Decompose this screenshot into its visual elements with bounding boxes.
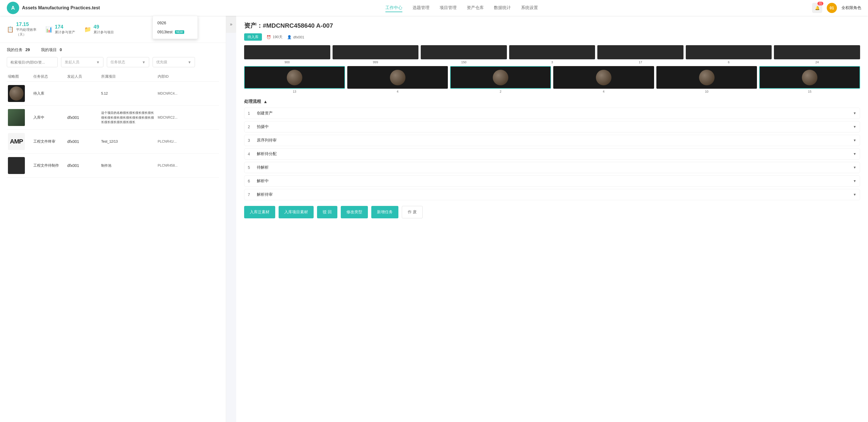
stat-efficiency: 📋 17.15 平均处理效率 （天） bbox=[7, 22, 36, 37]
sphere-thumb-2 bbox=[493, 70, 508, 85]
img-box-0 bbox=[244, 45, 330, 59]
btn-reject[interactable]: 驳 回 bbox=[317, 206, 337, 218]
priority-select[interactable]: 优先级 ▼ bbox=[153, 57, 195, 67]
thumbnail-0 bbox=[8, 85, 25, 102]
status-select[interactable]: 任务状态 ▼ bbox=[107, 57, 149, 67]
tasks-header: 我的任务 29 我的项目 0 bbox=[7, 47, 219, 53]
sphere-thumb-3 bbox=[596, 70, 612, 85]
amp-text: AMP bbox=[10, 138, 23, 145]
sphere-thumb-4 bbox=[699, 70, 715, 85]
nav-item-workbench[interactable]: 工作中心 bbox=[385, 4, 402, 12]
notification-button[interactable]: 🔔 31 bbox=[812, 3, 822, 13]
table-row[interactable]: 待入库 5.12 MDCNRC4... bbox=[7, 82, 219, 106]
asset-header: 资产：#MDCNRC458640 A-007 bbox=[244, 22, 860, 30]
dropdown-item-0926[interactable]: 0926 bbox=[153, 19, 197, 27]
nav-item-stats[interactable]: 数据统计 bbox=[494, 4, 511, 12]
projects-icon: 📁 bbox=[84, 26, 91, 33]
process-step-2[interactable]: 3 原序列待审 ▼ bbox=[244, 135, 860, 146]
img-num-1: 999 bbox=[373, 60, 378, 64]
new-badge: NEW bbox=[175, 30, 184, 34]
img-large-card-1[interactable]: 4 bbox=[347, 66, 448, 93]
process-step-1[interactable]: 2 拍摄中 ▼ bbox=[244, 121, 860, 132]
projects-label: 累计参与项目 bbox=[94, 30, 114, 35]
process-step-3[interactable]: 4 解析待分配 ▼ bbox=[244, 148, 860, 160]
task-table: 缩略图 任务状态 发起人员 所属项目 内部ID 待入库 5.12 bbox=[7, 72, 219, 178]
img-large-box-3 bbox=[553, 66, 654, 89]
project-cell-2: Test_12/13 bbox=[100, 139, 157, 144]
step-chevron-2: ▼ bbox=[853, 138, 857, 142]
my-tasks-label: 我的任务 29 bbox=[7, 47, 30, 53]
nav-item-project[interactable]: 项目管理 bbox=[440, 4, 457, 12]
img-large-card-5[interactable]: 15 bbox=[759, 66, 860, 93]
process-step-0[interactable]: 1 创建资产 ▼ bbox=[244, 108, 860, 119]
btn-void[interactable]: 作 废 bbox=[402, 206, 423, 218]
notification-badge: 31 bbox=[817, 2, 824, 5]
img-card-5[interactable]: 6 bbox=[686, 45, 772, 64]
app-title: Assets Manufacturing Practices.test bbox=[22, 5, 100, 10]
tasks-section: 我的任务 29 我的项目 0 发起人员 ▼ 任务状态 ▼ bbox=[0, 43, 226, 182]
table-row[interactable]: 入库中 dfx001 这个项目的名称很长很长很长很长很长很长很长很长很长很长很长… bbox=[7, 106, 219, 130]
img-card-3[interactable]: 3 bbox=[509, 45, 595, 64]
step-chevron-1: ▼ bbox=[853, 125, 857, 129]
btn-add-task[interactable]: 新增任务 bbox=[371, 206, 398, 218]
initiator-cell-3: dfx001 bbox=[66, 163, 100, 168]
nav-item-assets[interactable]: 资产仓库 bbox=[467, 4, 484, 12]
process-step-6[interactable]: 7 解析待审 ▼ bbox=[244, 189, 860, 200]
thumb-cell-3 bbox=[7, 157, 32, 174]
col-status: 任务状态 bbox=[32, 74, 66, 79]
user-avatar[interactable]: 01 bbox=[827, 3, 837, 13]
status-cell-2: 工程文件终审 bbox=[32, 139, 66, 144]
img-large-card-2[interactable]: 2 bbox=[450, 66, 551, 93]
table-row[interactable]: 工程文件待制作 dfx001 制作池 PLCNR458... bbox=[7, 154, 219, 178]
efficiency-label1: 平均处理效率 bbox=[16, 27, 36, 32]
btn-warehouse-project[interactable]: 入库项目素材 bbox=[279, 206, 314, 218]
dropdown-item-0913test[interactable]: 0913test NEW bbox=[153, 27, 197, 36]
img-card-2[interactable]: 150 bbox=[421, 45, 507, 64]
expand-panel-button[interactable]: » bbox=[226, 16, 236, 33]
col-initiator: 发起人员 bbox=[66, 74, 100, 79]
thumb-cell-1 bbox=[7, 109, 32, 126]
step-chevron-6: ▼ bbox=[853, 193, 857, 197]
chevron-down-icon-3: ▼ bbox=[188, 60, 191, 64]
thumb-cell-0 bbox=[7, 85, 32, 102]
img-large-box-1 bbox=[347, 66, 448, 89]
process-header[interactable]: 处理流程 ▲ bbox=[244, 99, 860, 104]
search-input[interactable] bbox=[7, 57, 58, 67]
user-meta: 👤 dfx001 bbox=[287, 35, 304, 39]
sphere-thumb-5 bbox=[802, 70, 817, 85]
img-large-box-2 bbox=[450, 66, 551, 89]
img-large-card-3[interactable]: 4 bbox=[553, 66, 654, 93]
btn-warehouse-general[interactable]: 入库泛素材 bbox=[244, 206, 275, 218]
img-card-6[interactable]: 24 bbox=[774, 45, 860, 64]
img-card-0[interactable]: 900 bbox=[244, 45, 330, 64]
img-large-box-0 bbox=[244, 66, 345, 89]
nav-item-topic[interactable]: 选题管理 bbox=[412, 4, 430, 12]
thumbnail-2: AMP bbox=[8, 133, 25, 150]
action-bar: 入库泛素材 入库项目素材 驳 回 修改类型 新增任务 作 废 bbox=[244, 206, 860, 218]
img-large-card-0[interactable]: 13 bbox=[244, 66, 345, 93]
initiator-cell-2: dfx001 bbox=[66, 139, 100, 144]
img-num-5: 6 bbox=[728, 60, 730, 64]
status-cell-3: 工程文件待制作 bbox=[32, 163, 66, 168]
status-cell-0: 待入库 bbox=[32, 91, 66, 96]
sphere-thumb-0 bbox=[287, 70, 302, 85]
img-box-4 bbox=[597, 45, 683, 59]
nav-item-settings[interactable]: 系统设置 bbox=[521, 4, 538, 12]
img-large-card-4[interactable]: 10 bbox=[656, 66, 757, 93]
process-step-4[interactable]: 5 待解析 ▼ bbox=[244, 162, 860, 173]
initiator-select[interactable]: 发起人员 ▼ bbox=[61, 57, 103, 67]
project-cell-3: 制作池 bbox=[100, 163, 157, 168]
img-num-0: 900 bbox=[284, 60, 290, 64]
chevron-down-icon-2: ▼ bbox=[142, 60, 146, 64]
img-num-3: 3 bbox=[551, 60, 553, 64]
assets-value: 174 bbox=[55, 24, 75, 30]
table-row[interactable]: AMP 工程文件终审 dfx001 Test_12/13 PLCNR41/... bbox=[7, 130, 219, 154]
asset-meta: 待入库 ⏰ 190天 👤 dfx001 bbox=[244, 33, 860, 41]
double-chevron-icon: » bbox=[230, 22, 232, 27]
btn-modify-type[interactable]: 修改类型 bbox=[341, 206, 368, 218]
img-card-1[interactable]: 999 bbox=[333, 45, 419, 64]
img-large-num-4: 10 bbox=[705, 90, 708, 93]
img-card-4[interactable]: 17 bbox=[597, 45, 683, 64]
image-row-bottom: 13 4 2 4 bbox=[244, 66, 860, 93]
process-step-5[interactable]: 6 解析中 ▼ bbox=[244, 175, 860, 187]
